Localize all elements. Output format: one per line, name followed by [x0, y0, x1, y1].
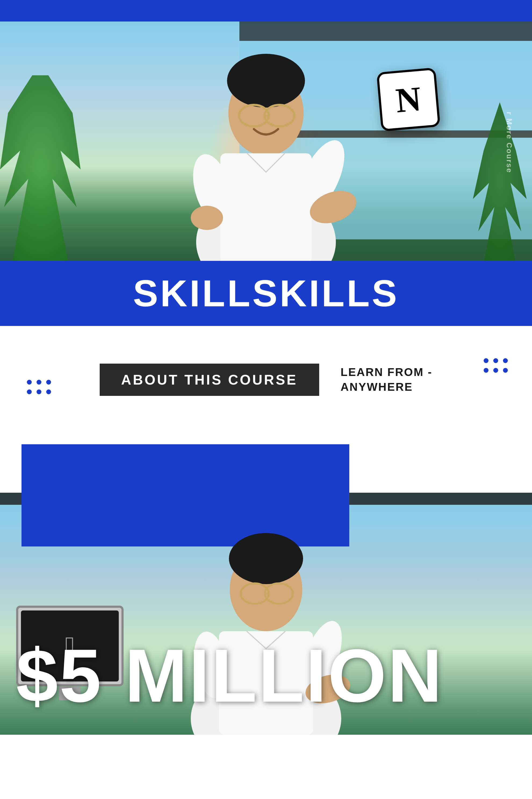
hero-image: N r More Course — [0, 21, 532, 264]
bottom-section:  $5 MILLION — [0, 444, 532, 735]
watermark: r More Course — [505, 112, 514, 174]
hero-section: N r More Course SKILLSKILLS — [0, 21, 532, 326]
notion-n-letter: N — [395, 81, 423, 118]
site-title: SKILLSKILLS — [21, 272, 511, 315]
about-badge-row: ABOUT THIS COURSE LEARN FROM - ANYWHERE — [27, 347, 505, 417]
million-dollar-text: $5 MILLION — [16, 638, 516, 713]
svg-point-2 — [227, 54, 305, 108]
million-text-wrapper: $5 MILLION — [0, 638, 532, 713]
svg-point-13 — [229, 533, 303, 584]
middle-section: ABOUT THIS COURSE LEARN FROM - ANYWHERE — [0, 326, 532, 444]
top-blue-band — [0, 0, 532, 21]
page-container: N r More Course SKILLSKILLS — [0, 0, 532, 799]
title-banner: SKILLSKILLS — [0, 261, 532, 326]
svg-rect-6 — [220, 153, 312, 264]
person-silhouette — [172, 21, 360, 264]
notion-logo-block: N — [376, 68, 440, 131]
svg-point-9 — [191, 206, 223, 230]
about-this-course-badge[interactable]: ABOUT THIS COURSE — [100, 364, 319, 396]
learn-from-text: LEARN FROM - ANYWHERE — [341, 365, 433, 394]
